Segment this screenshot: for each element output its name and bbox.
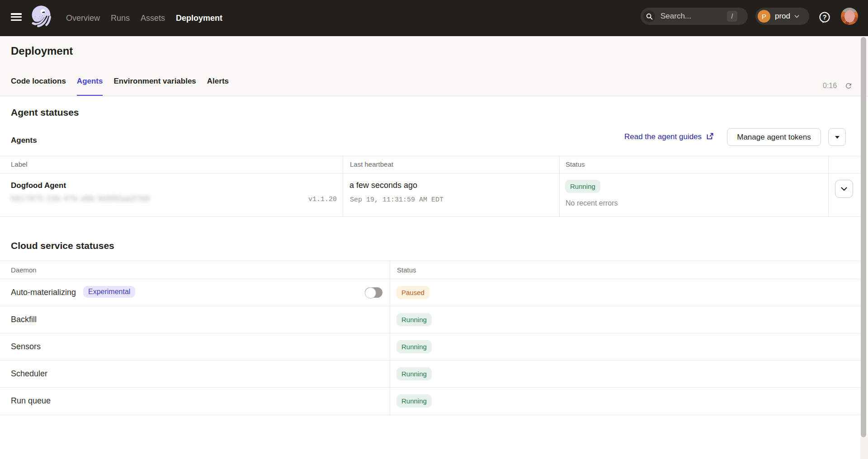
svg-text:?: ?: [822, 13, 826, 21]
